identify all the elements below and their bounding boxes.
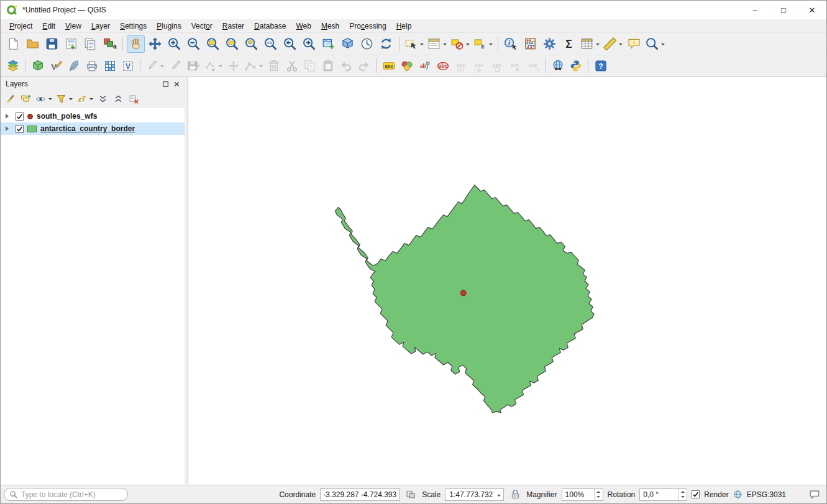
coordinate-value[interactable]: -3.329.287 -4.724.393 — [320, 488, 400, 501]
refresh-map-button[interactable] — [377, 35, 395, 53]
menu-database[interactable]: Database — [249, 21, 291, 32]
float-panel-button[interactable] — [160, 79, 170, 89]
select-features-dropdown-caret-icon[interactable] — [419, 36, 424, 52]
locate-input[interactable] — [21, 490, 122, 499]
spin-up-button[interactable] — [679, 489, 687, 495]
new-temporary-scratch-layer-button[interactable] — [83, 58, 100, 74]
pan-map-button[interactable] — [127, 35, 145, 53]
messages-button[interactable] — [808, 488, 821, 502]
menu-view[interactable]: View — [60, 21, 86, 32]
measure-line-button[interactable] — [602, 35, 624, 53]
help-contents-button[interactable]: ? — [592, 58, 609, 74]
open-field-calculator-button[interactable] — [521, 35, 539, 53]
pan-to-selection-button[interactable] — [146, 35, 164, 53]
close-panel-button[interactable] — [171, 79, 181, 89]
new-geopackage-layer-button[interactable] — [29, 58, 46, 74]
current-edits-dropdown-caret-icon[interactable] — [159, 58, 165, 73]
measure-line-dropdown-caret-icon[interactable] — [618, 36, 623, 52]
menu-layer[interactable]: Layer — [86, 21, 115, 32]
identify-features-button[interactable]: i — [502, 35, 520, 53]
spin-up-button[interactable] — [595, 489, 603, 495]
vertex-tool-dropdown-caret-icon[interactable] — [258, 58, 263, 73]
new-shapefile-layer-button[interactable]: V — [47, 58, 64, 74]
layer-diagram-options-button[interactable] — [398, 58, 415, 74]
manage-map-themes-dropdown-caret-icon[interactable] — [47, 92, 53, 106]
expand-all-button[interactable] — [96, 91, 110, 106]
python-console-button[interactable] — [567, 58, 584, 74]
map-canvas[interactable] — [188, 77, 826, 485]
new-spatialite-layer-button[interactable] — [65, 58, 82, 74]
layer-visibility-checkbox[interactable] — [16, 112, 24, 121]
zoom-full-button[interactable] — [204, 35, 222, 53]
temporal-controller-button[interactable] — [358, 35, 376, 53]
crs-status[interactable]: EPSG:3031 — [747, 490, 786, 499]
menu-vector[interactable]: Vector — [186, 21, 217, 32]
select-features-button[interactable] — [403, 35, 425, 53]
minimize-button[interactable]: – — [741, 1, 769, 19]
zoom-native-button[interactable]: 1:1 — [262, 35, 280, 53]
zoom-last-button[interactable] — [281, 35, 299, 53]
open-project-button[interactable] — [24, 35, 42, 53]
show-layout-manager-button[interactable] — [81, 35, 99, 53]
highlight-pinned-labels-button[interactable]: abc — [434, 58, 451, 74]
select-by-expression-dropdown-caret-icon[interactable] — [488, 36, 493, 52]
menu-web[interactable]: Web — [291, 21, 316, 32]
open-layer-styling-panel-button[interactable] — [3, 91, 17, 106]
spin-down-button[interactable] — [679, 495, 687, 500]
open-attribute-table-dropdown-caret-icon[interactable] — [595, 36, 600, 52]
map-tips-button[interactable]: i — [625, 35, 643, 53]
rotation-spinbox[interactable]: 0,0 ° — [639, 488, 687, 501]
filter-by-expression-dropdown-caret-icon[interactable] — [88, 92, 94, 106]
zoom-out-button[interactable] — [185, 35, 203, 53]
manage-map-themes-button[interactable] — [34, 91, 53, 106]
lock-scale-button[interactable] — [508, 488, 522, 502]
select-by-expression-button[interactable]: ε — [472, 35, 494, 53]
metasearch-button[interactable] — [549, 58, 566, 74]
menu-raster[interactable]: Raster — [217, 21, 249, 32]
menu-processing[interactable]: Processing — [344, 21, 391, 32]
add-feature-dropdown-caret-icon[interactable] — [217, 58, 223, 73]
new-virtual-layer-button[interactable]: V — [119, 58, 136, 74]
menu-help[interactable]: Help — [391, 21, 417, 32]
spin-down-button[interactable] — [595, 495, 603, 500]
filter-by-expression-button[interactable]: ε — [75, 91, 94, 106]
nominatim-search-button[interactable] — [644, 35, 666, 53]
menu-project[interactable]: Project — [4, 21, 37, 32]
expand-arrow-icon[interactable] — [6, 114, 11, 119]
new-map-view-button[interactable] — [319, 35, 337, 53]
menu-plugins[interactable]: Plugins — [152, 21, 186, 32]
select-features-by-value-dropdown-caret-icon[interactable] — [442, 36, 447, 52]
zoom-in-button[interactable] — [165, 35, 183, 53]
maximize-button[interactable]: □ — [769, 1, 798, 19]
expand-arrow-icon[interactable] — [6, 126, 11, 131]
layer-labeling-options-button[interactable]: abc — [380, 58, 397, 74]
layer-visibility-checkbox[interactable] — [16, 125, 24, 133]
menu-edit[interactable]: Edit — [37, 21, 60, 32]
data-source-manager-button[interactable] — [4, 58, 21, 74]
collapse-all-button[interactable] — [111, 91, 126, 106]
zoom-to-selection-button[interactable] — [223, 35, 241, 53]
zoom-to-layer-button[interactable] — [242, 35, 260, 53]
scale-combobox[interactable]: 1:47.773.732 — [445, 488, 504, 501]
layer-item-south_poles_wfs[interactable]: south_poles_wfs — [1, 110, 185, 122]
deselect-features-dropdown-caret-icon[interactable] — [465, 36, 470, 52]
menu-settings[interactable]: Settings — [115, 21, 152, 32]
save-project-button[interactable] — [43, 35, 61, 53]
statistical-summary-button[interactable]: Σ — [560, 35, 578, 53]
deselect-features-button[interactable] — [449, 35, 471, 53]
add-group-button[interactable] — [19, 91, 33, 106]
extents-toggle-button[interactable] — [404, 488, 418, 502]
pin-unpin-labels-button[interactable]: ab — [416, 58, 433, 74]
filter-legend-dropdown-caret-icon[interactable] — [68, 92, 73, 106]
render-checkbox[interactable] — [692, 490, 700, 498]
locate-search[interactable] — [4, 488, 128, 501]
select-features-by-value-button[interactable] — [426, 35, 448, 53]
new-mesh-layer-button[interactable] — [101, 58, 118, 74]
magnifier-spinbox[interactable]: 100% — [562, 488, 603, 501]
processing-toolbox-button[interactable] — [541, 35, 559, 53]
menu-mesh[interactable]: Mesh — [316, 21, 344, 32]
open-attribute-table-button[interactable] — [579, 35, 601, 53]
new-project-button[interactable] — [4, 35, 22, 53]
new-print-layout-button[interactable] — [62, 35, 80, 53]
layer-item-antarctica_country_border[interactable]: antarctica_country_border — [1, 122, 185, 135]
